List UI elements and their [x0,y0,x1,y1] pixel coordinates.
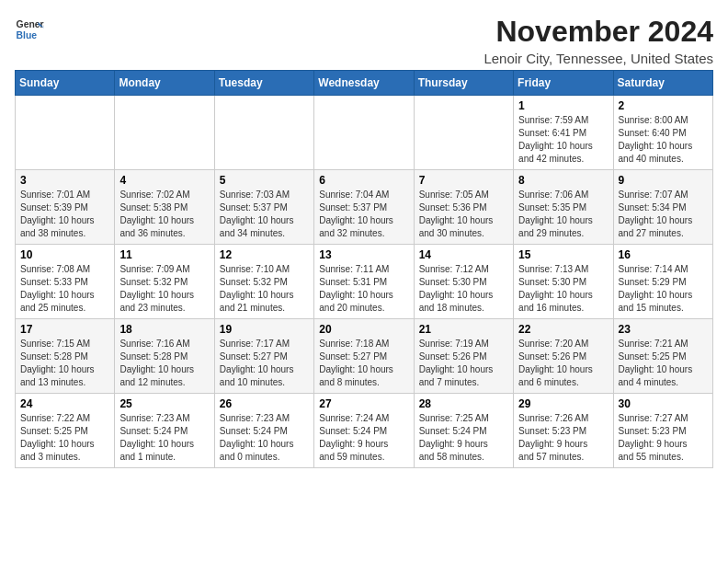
calendar-cell: 21Sunrise: 7:19 AM Sunset: 5:26 PM Dayli… [414,319,513,394]
day-info: Sunrise: 7:15 AM Sunset: 5:28 PM Dayligh… [20,338,109,389]
day-number: 14 [419,248,508,261]
calendar-cell: 19Sunrise: 7:17 AM Sunset: 5:27 PM Dayli… [214,319,313,394]
calendar-cell: 30Sunrise: 7:27 AM Sunset: 5:23 PM Dayli… [613,394,712,468]
calendar-cell: 4Sunrise: 7:02 AM Sunset: 5:38 PM Daylig… [115,170,214,245]
calendar-cell [115,96,214,170]
weekday-header-wednesday: Wednesday [314,71,414,96]
day-number: 24 [20,397,109,410]
day-info: Sunrise: 7:05 AM Sunset: 5:36 PM Dayligh… [419,189,508,240]
day-number: 21 [419,323,508,336]
weekday-header-sunday: Sunday [16,71,115,96]
calendar-cell [214,96,313,170]
calendar-cell: 3Sunrise: 7:01 AM Sunset: 5:39 PM Daylig… [16,170,115,245]
week-row-3: 10Sunrise: 7:08 AM Sunset: 5:33 PM Dayli… [16,245,713,319]
day-number: 26 [220,397,309,410]
day-info: Sunrise: 7:11 AM Sunset: 5:31 PM Dayligh… [319,263,408,315]
day-number: 16 [619,248,708,261]
week-row-2: 3Sunrise: 7:01 AM Sunset: 5:39 PM Daylig… [16,170,713,245]
calendar-cell: 5Sunrise: 7:03 AM Sunset: 5:37 PM Daylig… [214,170,313,245]
day-info: Sunrise: 7:26 AM Sunset: 5:23 PM Dayligh… [518,412,608,464]
day-number: 3 [20,174,109,187]
calendar-cell: 16Sunrise: 7:14 AM Sunset: 5:29 PM Dayli… [613,245,712,319]
day-number: 27 [319,397,408,410]
day-number: 25 [119,397,209,410]
calendar-cell: 26Sunrise: 7:23 AM Sunset: 5:24 PM Dayli… [214,394,313,468]
week-row-1: 1Sunrise: 7:59 AM Sunset: 6:41 PM Daylig… [16,96,713,170]
calendar-cell: 7Sunrise: 7:05 AM Sunset: 5:36 PM Daylig… [414,170,513,245]
calendar-cell: 13Sunrise: 7:11 AM Sunset: 5:31 PM Dayli… [314,245,414,319]
title-section: November 2024 Lenoir City, Tennessee, Un… [483,15,713,66]
day-info: Sunrise: 7:04 AM Sunset: 5:37 PM Dayligh… [319,189,408,240]
day-number: 17 [20,323,109,336]
calendar-cell: 9Sunrise: 7:07 AM Sunset: 5:34 PM Daylig… [613,170,712,245]
calendar-cell [414,96,513,170]
calendar-cell: 10Sunrise: 7:08 AM Sunset: 5:33 PM Dayli… [16,245,115,319]
calendar-cell: 27Sunrise: 7:24 AM Sunset: 5:24 PM Dayli… [314,394,414,468]
day-info: Sunrise: 7:20 AM Sunset: 5:26 PM Dayligh… [518,338,608,389]
location-title: Lenoir City, Tennessee, United States [483,51,713,66]
logo-icon: General Blue [15,15,44,44]
weekday-header-saturday: Saturday [613,71,712,96]
calendar-cell: 6Sunrise: 7:04 AM Sunset: 5:37 PM Daylig… [314,170,414,245]
day-info: Sunrise: 7:12 AM Sunset: 5:30 PM Dayligh… [419,263,508,315]
week-row-4: 17Sunrise: 7:15 AM Sunset: 5:28 PM Dayli… [16,319,713,394]
calendar-cell: 12Sunrise: 7:10 AM Sunset: 5:32 PM Dayli… [214,245,313,319]
weekday-header-monday: Monday [115,71,214,96]
day-number: 15 [518,248,608,261]
day-number: 2 [619,99,708,112]
day-info: Sunrise: 7:25 AM Sunset: 5:24 PM Dayligh… [419,412,508,464]
day-info: Sunrise: 7:01 AM Sunset: 5:39 PM Dayligh… [20,189,109,240]
page-container: General Blue November 2024 Lenoir City, … [15,15,713,468]
day-number: 30 [619,397,708,410]
day-number: 9 [619,174,708,187]
day-number: 22 [518,323,608,336]
calendar-cell: 17Sunrise: 7:15 AM Sunset: 5:28 PM Dayli… [16,319,115,394]
day-number: 29 [518,397,608,410]
calendar-cell: 11Sunrise: 7:09 AM Sunset: 5:32 PM Dayli… [115,245,214,319]
day-info: Sunrise: 7:09 AM Sunset: 5:32 PM Dayligh… [119,263,209,315]
day-info: Sunrise: 7:17 AM Sunset: 5:27 PM Dayligh… [220,338,309,389]
day-number: 20 [319,323,408,336]
day-info: Sunrise: 7:10 AM Sunset: 5:32 PM Dayligh… [220,263,309,315]
month-title: November 2024 [483,15,713,49]
calendar-cell: 20Sunrise: 7:18 AM Sunset: 5:27 PM Dayli… [314,319,414,394]
calendar-cell: 23Sunrise: 7:21 AM Sunset: 5:25 PM Dayli… [613,319,712,394]
weekday-header-friday: Friday [514,71,613,96]
weekday-header-thursday: Thursday [414,71,513,96]
day-info: Sunrise: 7:08 AM Sunset: 5:33 PM Dayligh… [20,263,109,315]
day-number: 7 [419,174,508,187]
day-number: 11 [119,248,209,261]
day-info: Sunrise: 7:16 AM Sunset: 5:28 PM Dayligh… [119,338,209,389]
calendar-cell: 24Sunrise: 7:22 AM Sunset: 5:25 PM Dayli… [16,394,115,468]
day-number: 4 [119,174,209,187]
weekday-header-row: SundayMondayTuesdayWednesdayThursdayFrid… [16,71,713,96]
day-info: Sunrise: 7:03 AM Sunset: 5:37 PM Dayligh… [220,189,309,240]
day-info: Sunrise: 7:18 AM Sunset: 5:27 PM Dayligh… [319,338,408,389]
svg-text:Blue: Blue [17,30,38,40]
header: General Blue November 2024 Lenoir City, … [15,15,713,66]
day-number: 23 [619,323,708,336]
day-number: 18 [119,323,209,336]
week-row-5: 24Sunrise: 7:22 AM Sunset: 5:25 PM Dayli… [16,394,713,468]
day-info: Sunrise: 7:23 AM Sunset: 5:24 PM Dayligh… [119,412,209,464]
day-number: 6 [319,174,408,187]
day-number: 5 [220,174,309,187]
calendar-cell: 15Sunrise: 7:13 AM Sunset: 5:30 PM Dayli… [514,245,613,319]
day-number: 13 [319,248,408,261]
calendar-cell: 2Sunrise: 8:00 AM Sunset: 6:40 PM Daylig… [613,96,712,170]
calendar-cell: 1Sunrise: 7:59 AM Sunset: 6:41 PM Daylig… [514,96,613,170]
day-info: Sunrise: 8:00 AM Sunset: 6:40 PM Dayligh… [619,114,708,166]
day-number: 1 [518,99,608,112]
calendar-cell: 25Sunrise: 7:23 AM Sunset: 5:24 PM Dayli… [115,394,214,468]
day-info: Sunrise: 7:27 AM Sunset: 5:23 PM Dayligh… [619,412,708,464]
day-info: Sunrise: 7:22 AM Sunset: 5:25 PM Dayligh… [20,412,109,464]
calendar-cell: 29Sunrise: 7:26 AM Sunset: 5:23 PM Dayli… [514,394,613,468]
day-info: Sunrise: 7:14 AM Sunset: 5:29 PM Dayligh… [619,263,708,315]
day-number: 12 [220,248,309,261]
day-info: Sunrise: 7:13 AM Sunset: 5:30 PM Dayligh… [518,263,608,315]
calendar-cell: 28Sunrise: 7:25 AM Sunset: 5:24 PM Dayli… [414,394,513,468]
calendar-cell: 8Sunrise: 7:06 AM Sunset: 5:35 PM Daylig… [514,170,613,245]
day-info: Sunrise: 7:24 AM Sunset: 5:24 PM Dayligh… [319,412,408,464]
day-info: Sunrise: 7:59 AM Sunset: 6:41 PM Dayligh… [518,114,608,166]
day-info: Sunrise: 7:21 AM Sunset: 5:25 PM Dayligh… [619,338,708,389]
